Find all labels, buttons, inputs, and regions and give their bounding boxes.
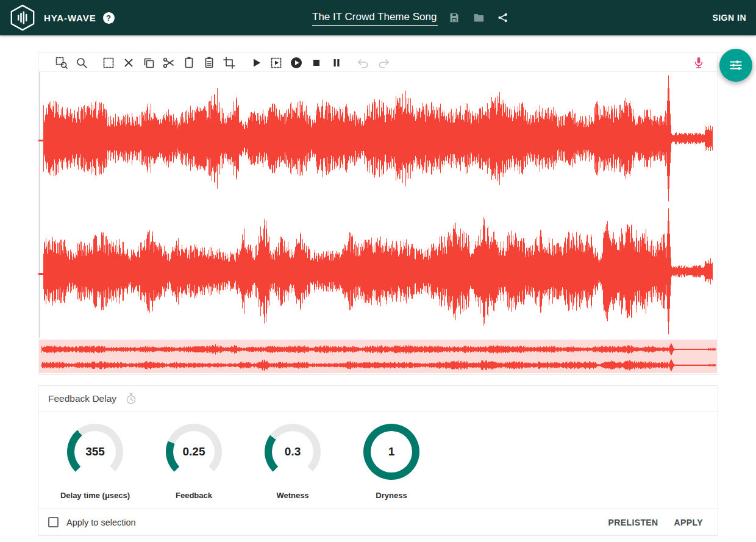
cut-icon bbox=[162, 55, 176, 70]
history-group bbox=[354, 54, 393, 72]
knob-wetness: 0.3 Wetness bbox=[243, 424, 342, 500]
open-folder-icon bbox=[472, 11, 485, 24]
knob-delay-time-value: 355 bbox=[67, 424, 123, 480]
zoom-group bbox=[52, 54, 91, 72]
paste-icon bbox=[182, 55, 196, 70]
tune-icon bbox=[728, 57, 744, 73]
knob-dryness-dial[interactable]: 1 bbox=[363, 424, 419, 480]
top-bar: HYA-WAVE ? SIGN IN bbox=[0, 0, 756, 35]
edit-group bbox=[99, 54, 238, 72]
play-all-icon bbox=[289, 55, 304, 70]
select-all-icon bbox=[101, 55, 116, 70]
knob-dryness-value: 1 bbox=[363, 424, 419, 480]
cut-button[interactable] bbox=[160, 54, 178, 72]
effect-actions: PRELISTEN APPLY bbox=[592, 518, 703, 527]
overview-strip[interactable] bbox=[39, 340, 717, 373]
effect-panel: Feedback Delay 355 Delay time (μsecs) 0.… bbox=[38, 385, 718, 536]
redo-icon bbox=[376, 55, 391, 70]
paste-replace-button[interactable] bbox=[200, 54, 218, 72]
share-icon bbox=[496, 11, 510, 24]
timer-icon bbox=[124, 392, 138, 405]
effects-fab-button[interactable] bbox=[719, 49, 752, 82]
effect-panel-footer: Apply to selection PRELISTEN APPLY bbox=[38, 508, 718, 535]
crop-button[interactable] bbox=[220, 54, 238, 72]
help-button[interactable]: ? bbox=[103, 12, 115, 24]
pause-icon bbox=[329, 55, 344, 70]
paste-button[interactable] bbox=[180, 54, 198, 72]
knob-feedback-dial[interactable]: 0.25 bbox=[166, 424, 222, 480]
stop-icon bbox=[309, 55, 324, 70]
knob-wetness-dial[interactable]: 0.3 bbox=[265, 424, 321, 480]
knob-delay-time: 355 Delay time (μsecs) bbox=[46, 424, 144, 500]
knob-feedback: 0.25 Feedback bbox=[144, 424, 243, 500]
app-logo[interactable] bbox=[9, 4, 37, 32]
apply-to-selection-label[interactable]: Apply to selection bbox=[66, 518, 136, 527]
save-button[interactable] bbox=[446, 10, 462, 26]
overview-waveform-right bbox=[41, 358, 716, 372]
play-button[interactable] bbox=[247, 54, 265, 72]
waveform-channel-right[interactable] bbox=[43, 205, 713, 338]
redo-button[interactable] bbox=[374, 54, 393, 72]
copy-button[interactable] bbox=[140, 54, 158, 72]
knob-row: 355 Delay time (μsecs) 0.25 Feedback 0.3… bbox=[38, 412, 718, 508]
undo-icon bbox=[356, 55, 371, 70]
knob-delay-time-label: Delay time (μsecs) bbox=[60, 491, 130, 500]
effect-panel-header: Feedback Delay bbox=[38, 386, 718, 412]
zoom-button[interactable] bbox=[73, 54, 91, 72]
knob-feedback-value: 0.25 bbox=[166, 424, 222, 480]
track-title-input[interactable] bbox=[312, 10, 438, 26]
copy-icon bbox=[141, 55, 156, 70]
waveform-channel-left[interactable] bbox=[43, 72, 713, 205]
play-icon bbox=[249, 55, 263, 70]
deselect-button[interactable] bbox=[119, 54, 138, 72]
knob-wetness-label: Wetness bbox=[276, 491, 308, 500]
knob-feedback-label: Feedback bbox=[176, 491, 212, 500]
waveform-area[interactable] bbox=[38, 72, 718, 338]
effect-title: Feedback Delay bbox=[48, 393, 116, 404]
play-selection-icon bbox=[269, 55, 284, 70]
track-title-group bbox=[312, 0, 511, 35]
pause-button[interactable] bbox=[327, 54, 346, 72]
paste-replace-icon bbox=[202, 55, 216, 70]
editor-toolbar bbox=[38, 52, 718, 72]
apply-button[interactable]: APPLY bbox=[674, 518, 703, 527]
knob-wetness-value: 0.3 bbox=[265, 424, 321, 480]
open-file-button[interactable] bbox=[471, 10, 487, 26]
crop-icon bbox=[222, 55, 237, 70]
transport-group bbox=[247, 54, 346, 72]
knob-dryness: 1 Dryness bbox=[342, 424, 441, 500]
record-icon bbox=[691, 55, 706, 70]
zoom-icon bbox=[74, 55, 89, 70]
save-icon bbox=[448, 11, 461, 24]
channel-left-zero-marker bbox=[38, 140, 44, 141]
playhead-cursor bbox=[39, 72, 40, 338]
share-button[interactable] bbox=[495, 10, 511, 26]
apply-to-selection-checkbox[interactable] bbox=[48, 517, 59, 527]
channel-right-zero-marker bbox=[38, 273, 44, 275]
wave-editor-panel bbox=[38, 52, 718, 375]
zoom-selection-icon bbox=[54, 55, 69, 70]
record-button[interactable] bbox=[690, 54, 708, 72]
zoom-selection-button[interactable] bbox=[52, 54, 71, 72]
sign-in-button[interactable]: SIGN IN bbox=[712, 0, 746, 35]
stop-button[interactable] bbox=[307, 54, 326, 72]
app-name: HYA-WAVE bbox=[44, 13, 96, 23]
play-selection-button[interactable] bbox=[267, 54, 285, 72]
knob-dryness-label: Dryness bbox=[376, 491, 407, 500]
play-all-button[interactable] bbox=[287, 54, 305, 72]
select-all-button[interactable] bbox=[99, 54, 118, 72]
overview-waveform-left bbox=[41, 343, 716, 356]
undo-button[interactable] bbox=[354, 54, 373, 72]
knob-delay-time-dial[interactable]: 355 bbox=[67, 424, 123, 480]
prelisten-button[interactable]: PRELISTEN bbox=[608, 518, 658, 527]
deselect-icon bbox=[121, 55, 136, 70]
